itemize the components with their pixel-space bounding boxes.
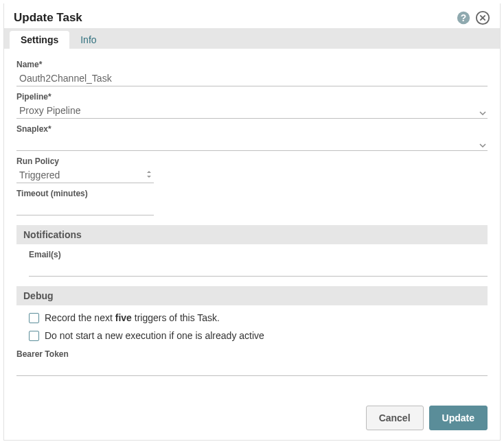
close-icon[interactable] <box>475 10 490 25</box>
emails-label: Email(s) <box>29 250 488 259</box>
debug-nostart-row: Do not start a new execution if one is a… <box>29 330 488 341</box>
debug-section: Debug <box>16 286 488 305</box>
pipeline-label: Pipeline* <box>16 92 488 102</box>
text-pre: Record the next <box>45 312 115 323</box>
bearer-input[interactable] <box>16 360 488 376</box>
bearer-label: Bearer Token <box>16 349 488 359</box>
timeout-label: Timeout (minutes) <box>16 189 488 198</box>
header-icons: ? <box>456 10 490 25</box>
svg-text:?: ? <box>461 13 466 23</box>
tab-bar: Settings Info <box>4 28 500 49</box>
no-start-label: Do not start a new execution if one is a… <box>45 330 264 341</box>
dialog-body: Name* Pipeline* Snaplex* Run Policy Time… <box>4 49 500 376</box>
snaplex-select[interactable] <box>16 135 488 151</box>
tab-info[interactable]: Info <box>69 31 107 49</box>
snaplex-label: Snaplex* <box>16 124 488 134</box>
dialog-title: Update Task <box>14 11 82 25</box>
tab-settings[interactable]: Settings <box>10 31 69 49</box>
pipeline-select[interactable] <box>16 103 488 119</box>
notifications-body: Email(s) <box>16 250 488 277</box>
record-triggers-checkbox[interactable] <box>29 313 39 323</box>
text-post: triggers of this Task. <box>132 312 220 323</box>
no-start-checkbox[interactable] <box>29 331 39 341</box>
dialog-footer: Cancel Update <box>366 406 488 430</box>
help-icon[interactable]: ? <box>456 10 471 25</box>
pipeline-input[interactable] <box>16 103 488 119</box>
emails-input[interactable] <box>29 261 488 277</box>
timeout-input[interactable] <box>16 200 154 215</box>
update-button[interactable]: Update <box>429 406 488 430</box>
dialog-header: Update Task ? <box>4 3 500 28</box>
debug-record-row: Record the next five triggers of this Ta… <box>29 312 488 323</box>
runpolicy-select[interactable] <box>16 167 154 183</box>
name-input[interactable] <box>16 71 488 86</box>
name-label: Name* <box>16 60 488 69</box>
text-bold: five <box>115 312 132 323</box>
snaplex-input[interactable] <box>16 135 488 151</box>
cancel-button[interactable]: Cancel <box>366 406 424 430</box>
update-task-dialog: Update Task ? Settings Info Name* Pipeli… <box>3 3 501 441</box>
record-triggers-label: Record the next five triggers of this Ta… <box>45 312 220 323</box>
runpolicy-input[interactable] <box>16 167 154 183</box>
notifications-section: Notifications <box>16 225 488 244</box>
runpolicy-label: Run Policy <box>16 156 488 166</box>
debug-body: Record the next five triggers of this Ta… <box>16 312 488 341</box>
